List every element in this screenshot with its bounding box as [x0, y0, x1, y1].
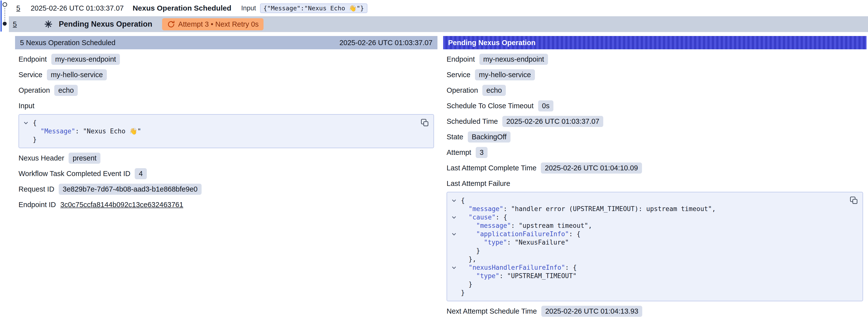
field-label: Request ID — [19, 185, 54, 193]
code-gutter — [447, 255, 461, 256]
pending-operation-title: Pending Nexus Operation — [59, 20, 152, 29]
code-gutter — [19, 127, 33, 128]
field-label: Endpoint — [19, 55, 47, 63]
json-line: "type": "UPSTREAM_TIMEOUT" — [447, 272, 845, 280]
field-row: Nexus Header present — [19, 153, 434, 164]
timeline-connector-line — [4, 8, 5, 21]
field-label: Scheduled Time — [446, 117, 498, 126]
event-id-link[interactable]: 5 — [16, 4, 20, 12]
json-line: "type": "NexusFailure" — [447, 238, 845, 247]
field-label: Service — [19, 71, 42, 79]
input-value-chip: {"Message":"Nexus Echo 👋"} — [260, 3, 367, 13]
field-value-badge: echo — [54, 85, 78, 96]
timeline-node-circle — [2, 2, 7, 7]
field-row: Request ID 3e829b7e-7d67-4b08-aad3-b1e86… — [19, 184, 434, 195]
input-json-block: { "Message": "Nexus Echo 👋" } — [19, 114, 434, 148]
field-row: Schedule To Close Timeout 0s — [446, 100, 863, 111]
event-id-link[interactable]: 5 — [13, 20, 17, 28]
field-label: Attempt — [446, 149, 471, 157]
field-row: Attempt 3 — [446, 147, 863, 158]
field-label: Operation — [19, 86, 50, 94]
json-line: "Message": "Nexus Echo 👋" — [19, 127, 416, 135]
json-line: } — [447, 288, 845, 297]
event-timestamp: 2025-02-26 UTC 01:03:37.07 — [31, 4, 124, 12]
field-value-badge: my-nexus-endpoint — [51, 54, 120, 65]
field-label: Workflow Task Completed Event ID — [19, 170, 130, 178]
input-label: Input — [241, 4, 256, 12]
field-value-badge: 3 — [476, 147, 488, 158]
code-gutter — [447, 280, 461, 282]
field-row: Endpoint my-nexus-endpoint — [19, 54, 434, 65]
json-line: "nexusHandlerFailureInfo": { — [447, 263, 845, 272]
field-value-badge: 2025-02-26 UTC 01:04:13.93 — [541, 306, 642, 317]
json-line: "message": "upstream timeout", — [447, 221, 845, 230]
field-row: Service my-hello-service — [446, 69, 863, 80]
field-value-badge: 2025-02-26 UTC 01:04:10.09 — [541, 162, 642, 173]
selected-event-indicator — [0, 0, 2, 32]
field-value-badge: 4 — [135, 168, 147, 179]
field-value-badge: 3e829b7e-7d67-4b08-aad3-b1e868bfe9e0 — [59, 184, 202, 195]
code-gutter — [447, 221, 461, 223]
input-section-label: Input — [19, 102, 35, 110]
pending-operation-panel: Pending Nexus Operation Endpoint my-nexu… — [443, 36, 867, 320]
json-line: }, — [447, 255, 845, 263]
pending-panel-title: Pending Nexus Operation — [448, 39, 536, 47]
field-value-badge: my-nexus-endpoint — [479, 54, 548, 65]
field-value-badge: 0s — [538, 100, 554, 111]
field-row: Operation echo — [19, 85, 434, 96]
retry-icon — [167, 20, 175, 28]
pending-operation-icon — [44, 20, 53, 29]
field-value-badge: echo — [483, 85, 506, 96]
field-label: State — [446, 133, 463, 141]
field-row: Next Attempt Schedule Time 2025-02-26 UT… — [446, 306, 863, 317]
field-row: Input — [19, 100, 434, 111]
chevron-down-icon[interactable] — [447, 230, 461, 237]
copy-icon — [420, 118, 430, 127]
event-panel-body: Endpoint my-nexus-endpoint Service my-he… — [15, 54, 437, 214]
timeline-node-dot — [3, 22, 7, 26]
field-label: Nexus Header — [19, 154, 64, 162]
chevron-down-icon[interactable] — [447, 213, 461, 220]
field-row: Workflow Task Completed Event ID 4 — [19, 168, 434, 179]
field-value-badge: BackingOff — [468, 131, 510, 142]
code-gutter — [447, 247, 461, 248]
failure-json-block: { "message": "handler error (UPSTREAM_TI… — [446, 192, 863, 301]
field-row: State BackingOff — [446, 131, 863, 142]
field-label: Endpoint — [446, 55, 475, 63]
copy-button[interactable] — [420, 118, 430, 128]
chevron-down-icon[interactable] — [447, 263, 461, 270]
pending-operation-row[interactable]: 5 Pending Nexus Operation Attempt 3 • Ne… — [9, 16, 868, 32]
field-label: Schedule To Close Timeout — [446, 102, 534, 110]
chevron-down-icon[interactable] — [447, 196, 461, 203]
json-line: { — [19, 119, 416, 127]
chevron-down-icon[interactable] — [19, 119, 33, 126]
event-name: Nexus Operation Scheduled — [132, 4, 231, 12]
pending-panel-header: Pending Nexus Operation — [443, 36, 867, 49]
event-detail-panel: 5 Nexus Operation Scheduled 2025-02-26 U… — [15, 36, 437, 214]
failure-section-label: Last Attempt Failure — [446, 180, 510, 188]
attempt-retry-badge: Attempt 3 • Next Retry 0s — [162, 18, 264, 30]
copy-button[interactable] — [849, 195, 859, 205]
field-row: Scheduled Time 2025-02-26 UTC 01:03:37.0… — [446, 116, 863, 127]
field-row: Last Attempt Failure — [446, 178, 863, 189]
code-gutter — [447, 205, 461, 206]
json-line: "cause": { — [447, 213, 845, 221]
attempt-badge-label: Attempt 3 • Next Retry 0s — [178, 20, 258, 28]
field-label: Service — [446, 71, 470, 79]
json-line: "applicationFailureInfo": { — [447, 230, 845, 238]
field-row: Service my-hello-service — [19, 69, 434, 80]
event-history-page: 5 2025-02-26 UTC 01:03:37.07 Nexus Opera… — [0, 0, 868, 322]
field-value-badge: 2025-02-26 UTC 01:03:37.07 — [502, 116, 603, 127]
field-label: Last Attempt Complete Time — [446, 164, 536, 172]
event-panel-timestamp: 2025-02-26 UTC 01:03:37.07 — [340, 39, 433, 47]
event-history-row[interactable]: 5 2025-02-26 UTC 01:03:37.07 Nexus Opera… — [10, 0, 868, 16]
code-gutter — [447, 288, 461, 290]
field-row: Endpoint ID 3c0c75ccfa8144b092c13ce63246… — [19, 199, 434, 210]
json-line: } — [19, 135, 416, 144]
field-row: Last Attempt Complete Time 2025-02-26 UT… — [446, 162, 863, 173]
code-gutter — [19, 135, 33, 137]
endpoint-id-link[interactable]: 3c0c75ccfa8144b092c13ce632463761 — [60, 201, 183, 209]
event-panel-header: 5 Nexus Operation Scheduled 2025-02-26 U… — [15, 36, 437, 49]
field-value-badge: my-hello-service — [475, 69, 535, 80]
json-line: "message": "handler error (UPSTREAM_TIME… — [447, 205, 845, 213]
